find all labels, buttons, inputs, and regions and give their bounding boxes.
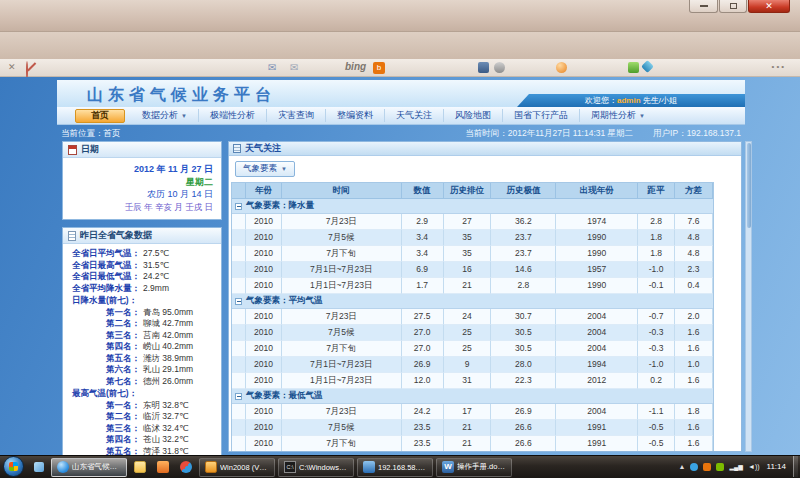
favorite-site-icon[interactable] xyxy=(641,60,654,73)
table-row[interactable]: 20107月23日27.52430.72004-0.72.0 xyxy=(232,309,713,325)
table-header-cell[interactable]: 历史排位 xyxy=(444,183,492,199)
table-header-cell[interactable]: 时间 xyxy=(282,183,402,199)
table-cell: 2.8 xyxy=(491,278,556,294)
favorite-site-icon[interactable] xyxy=(556,62,567,73)
start-button[interactable] xyxy=(3,456,24,477)
table-cell: 2010 xyxy=(246,278,282,294)
table-row[interactable]: 20107月5候3.43523.719901.84.8 xyxy=(232,230,713,246)
table-cell: 30.5 xyxy=(491,325,556,341)
browser-icon xyxy=(180,461,192,473)
more-dots-icon[interactable]: ••• xyxy=(772,62,786,71)
taskbar-button-remote[interactable]: 192.168.58.99... xyxy=(357,458,433,477)
bing-box-icon[interactable]: b xyxy=(373,62,385,74)
table-row[interactable]: 20107月下旬23.52126.61991-0.51.6 xyxy=(232,436,713,452)
menu-item-3[interactable]: 极端性分析 xyxy=(198,109,266,122)
links-bar: ✕ ✉ ✉ bing b ••• xyxy=(0,59,800,77)
window-maximize-button[interactable] xyxy=(719,0,747,13)
table-cell: 1.8 xyxy=(638,246,675,262)
table-cell: 26.9 xyxy=(402,357,444,373)
table-row[interactable]: 20101月1日~7月23日1.7212.81990-0.10.4 xyxy=(232,278,713,294)
table-row[interactable]: 20107月1日~7月23日6.91614.61957-1.02.3 xyxy=(232,262,713,278)
tray-app-icon[interactable] xyxy=(716,463,724,471)
row-select-cell xyxy=(232,246,246,262)
taskbar-button-cmd[interactable]: C:\Windows\s... xyxy=(278,458,354,477)
table-cell: 2004 xyxy=(556,325,638,341)
table-header-cell[interactable]: 年份 xyxy=(246,183,282,199)
rank-value: 乳山 29.1mm xyxy=(143,364,193,374)
mail-icon[interactable]: ✉ xyxy=(290,62,298,73)
collapse-icon[interactable] xyxy=(235,203,242,210)
taskbar-button-vm[interactable]: Win2008 (VS2... xyxy=(199,458,275,477)
rank-item: 第四名：苍山 32.2℃ xyxy=(66,434,218,446)
close-icon[interactable]: ✕ xyxy=(8,62,16,72)
table-cell: 23.7 xyxy=(491,230,556,246)
taskbar-button-media[interactable] xyxy=(153,458,173,477)
media-icon xyxy=(157,461,169,473)
rank-value: 菏泽 31.8℃ xyxy=(143,446,188,456)
table-cell: 1990 xyxy=(556,246,638,262)
table-cell: 3.4 xyxy=(402,230,444,246)
rank-value: 莒南 42.0mm xyxy=(143,330,193,340)
rank-label: 第七名： xyxy=(106,376,140,386)
table-row[interactable]: 20107月下旬3.43523.719901.84.8 xyxy=(232,246,713,262)
hidden-icons-arrow[interactable]: ▲ xyxy=(679,463,686,470)
table-header-cell[interactable]: 历史极值 xyxy=(491,183,556,199)
row-select-cell xyxy=(232,230,246,246)
volume-icon[interactable]: ◄)) xyxy=(748,463,760,470)
menu-item-4[interactable]: 灾害查询 xyxy=(266,109,325,122)
page-scrollbar[interactable] xyxy=(745,141,752,452)
table-row[interactable]: 20107月下旬27.02530.52004-0.31.6 xyxy=(232,341,713,357)
network-icon[interactable]: ▂▄▆ xyxy=(729,463,742,470)
taskbar-button-folder[interactable] xyxy=(130,458,150,477)
table-row[interactable]: 20107月5候27.02530.52004-0.31.6 xyxy=(232,325,713,341)
menu-item-label: 数据分析 xyxy=(142,109,178,122)
mail-icon[interactable]: ✉ xyxy=(268,62,276,73)
menu-item-6[interactable]: 天气关注 xyxy=(384,109,443,122)
taskbar-button-word[interactable]: 操作手册.docx ... xyxy=(436,458,512,477)
taskbar-button-gadget[interactable] xyxy=(30,458,48,477)
taskbar-button-ie[interactable]: 山东省气候业... xyxy=(51,458,127,477)
menu-item-2[interactable]: 数据分析▼ xyxy=(131,109,198,122)
bing-logo[interactable]: bing xyxy=(345,61,366,72)
element-dropdown-button[interactable]: 气象要素 ▼ xyxy=(235,161,295,177)
browser-navbar: ← → http://192.168.137.1/GLCCLIMATE/modu… xyxy=(0,32,800,59)
weather-data-panel: 昨日全省气象数据 全省日平均气温：27.5℃全省日最高气温：31.5℃全省日最低… xyxy=(62,227,222,455)
favorite-site-icon[interactable] xyxy=(478,62,489,73)
menu-item-8[interactable]: 国省下行产品 xyxy=(502,109,579,122)
rank-item: 第二名：临沂 32.7℃ xyxy=(66,411,218,423)
table-header-cell[interactable]: 距平 xyxy=(638,183,675,199)
menu-item-5[interactable]: 整编资料 xyxy=(325,109,384,122)
stat-label: 全省平均降水量： xyxy=(72,283,140,293)
table-group-row[interactable]: 气象要素：降水量 xyxy=(232,199,713,214)
collapse-icon[interactable] xyxy=(235,393,242,400)
favorite-site-icon[interactable] xyxy=(628,62,639,73)
table-group-row[interactable]: 气象要素：平均气温 xyxy=(232,294,713,309)
table-row[interactable]: 20101月1日~7月23日12.03122.320120.21.6 xyxy=(232,373,713,389)
table-header-cell[interactable]: 方差 xyxy=(675,183,713,199)
table-cell: 2004 xyxy=(556,309,638,325)
tray-app-icon[interactable] xyxy=(703,463,711,471)
window-close-button[interactable]: ✕ xyxy=(748,0,790,13)
collapse-icon[interactable] xyxy=(235,298,242,305)
table-header-cell[interactable]: 数值 xyxy=(402,183,444,199)
show-desktop-button[interactable] xyxy=(793,456,798,477)
menu-item-7[interactable]: 风险地图 xyxy=(443,109,502,122)
status-line: 当前位置：首页 当前时间：2012年11月27日 11:14:31 星期二 用户… xyxy=(57,128,745,140)
tray-app-icon[interactable] xyxy=(690,463,698,471)
taskbar-button-browser[interactable] xyxy=(176,458,196,477)
rank-item: 第一名：东明 32.8℃ xyxy=(66,400,218,412)
table-row[interactable]: 20107月23日2.92736.219742.87.6 xyxy=(232,214,713,230)
menu-item-1[interactable]: 首页 xyxy=(75,109,125,123)
table-header-cell[interactable]: 出现年份 xyxy=(556,183,638,199)
table-row[interactable]: 20107月5候23.52126.61991-0.51.6 xyxy=(232,420,713,436)
table-row[interactable]: 20107月1日~7月23日26.9928.01994-1.01.0 xyxy=(232,357,713,373)
table-cell: 1974 xyxy=(556,214,638,230)
table-group-row[interactable]: 气象要素：最低气温 xyxy=(232,389,713,404)
taskbar-button-label: C:\Windows\s... xyxy=(299,463,348,472)
menu-item-9[interactable]: 周期性分析▼ xyxy=(579,109,656,122)
window-minimize-button[interactable] xyxy=(689,0,718,13)
favorite-site-icon[interactable] xyxy=(494,62,505,73)
clock[interactable]: 11:14 xyxy=(765,462,788,471)
table-row[interactable]: 20107月23日24.21726.92004-1.11.8 xyxy=(232,404,713,420)
scrollbar-thumb[interactable] xyxy=(747,143,751,228)
